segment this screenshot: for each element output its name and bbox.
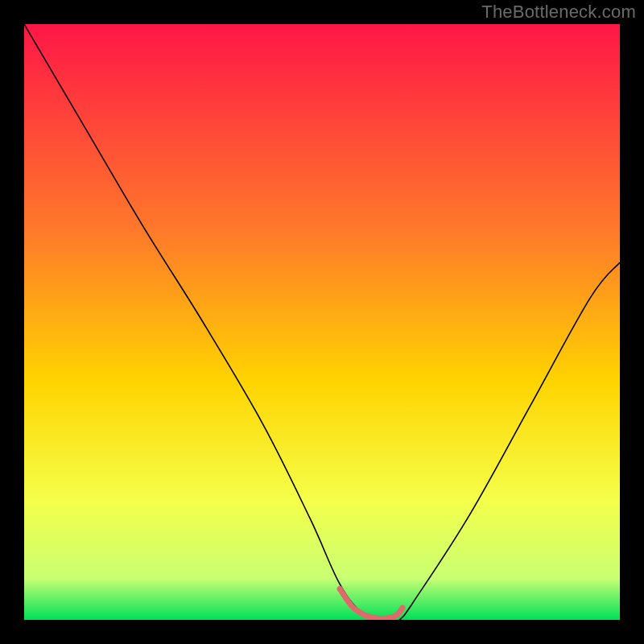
- gradient-background: [24, 24, 620, 620]
- plot-area: [24, 24, 620, 620]
- chart-frame: TheBottleneck.com: [0, 0, 644, 644]
- chart-svg: [24, 24, 620, 620]
- attribution-text: TheBottleneck.com: [481, 2, 636, 23]
- series-endpoint: [399, 605, 405, 611]
- series-endpoint: [337, 586, 343, 592]
